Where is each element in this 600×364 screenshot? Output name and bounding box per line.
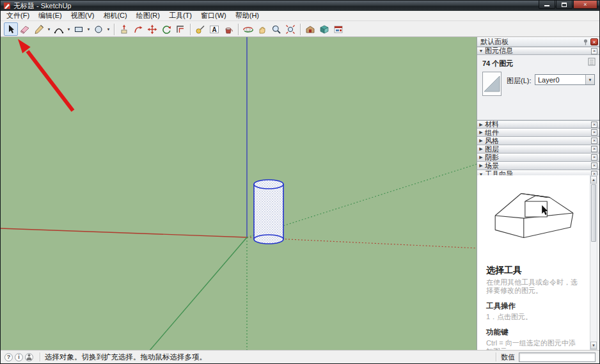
menu-item-help[interactable]: 帮助(H) [231,10,264,21]
toolbar-separator [114,24,114,35]
follow-me-tool-button[interactable] [131,22,145,36]
model-scene [1,37,478,351]
section-close-icon[interactable]: × [591,138,597,144]
select-tool-button[interactable] [4,22,18,36]
orbit-tool-button[interactable] [241,22,255,36]
rotate-tool-button[interactable] [159,22,173,36]
share-model-button[interactable] [331,22,345,36]
status-message: 选择对象。切换到扩充选择。拖动鼠标选择多项。 [45,352,207,362]
3d-warehouse-button[interactable] [303,22,317,36]
instructor-description: 在使用其他工具或命令时，选择要修改的图元。 [486,278,580,295]
offset-tool-button[interactable] [173,22,187,36]
instructor-ops-item: 1．点击图元。 [486,313,580,321]
paint-bucket-icon [223,24,233,35]
expand-arrow-icon[interactable]: ▶ [477,155,485,160]
tray-close-button[interactable]: × [590,38,598,45]
menu-item-draw[interactable]: 绘图(R) [132,10,164,21]
scroll-down-button[interactable]: ▼ [590,342,597,349]
tray-title-label: 默认面板 [480,37,509,47]
circle-tool-button[interactable] [91,22,106,36]
instructor-scrollbar[interactable]: ▲ ▼ [590,175,597,350]
arc-tool-dropdown[interactable]: ▼ [66,22,72,36]
eraser-tool-button[interactable] [18,22,32,36]
expand-arrow-icon[interactable]: ▶ [477,146,485,152]
zoom-tool-button[interactable] [269,22,283,36]
titlebar[interactable]: 无标题 - SketchUp × [1,1,599,11]
status-help-icon[interactable]: ? [4,353,13,361]
tray-titlebar[interactable]: 默认面板 × [477,37,599,47]
chevron-down-icon: ▼ [47,28,51,31]
circle-tool-dropdown[interactable]: ▼ [106,22,111,36]
minimize-button[interactable] [539,1,555,9]
arc-tool-button[interactable] [52,22,66,36]
rotate-icon [161,24,171,35]
chevron-down-icon: ▼ [107,28,111,31]
push-pull-tool-button[interactable] [117,22,131,36]
measurements-input[interactable] [519,352,596,362]
section-close-icon[interactable]: × [591,122,597,128]
drawing-axes [1,37,478,351]
move-tool-button[interactable] [145,22,159,36]
toolbar-separator [190,24,191,35]
scroll-up-button[interactable]: ▲ [590,176,597,184]
svg-text:A: A [212,26,217,33]
expand-arrow-icon[interactable]: ▶ [477,163,485,168]
expand-arrow-icon[interactable]: ▶ [477,122,485,127]
statusbar-separator [40,352,40,361]
maximize-icon [562,3,567,7]
menu-item-edit[interactable]: 编辑(E) [34,10,67,21]
menu-item-camera[interactable]: 相机(C) [99,10,131,21]
section-close-icon[interactable]: × [591,129,597,136]
rectangle-icon [74,24,84,35]
entity-details-icon[interactable] [588,58,596,66]
status-person-icon[interactable] [25,353,33,361]
section-close-icon[interactable]: × [591,162,597,169]
layer-dropdown[interactable]: Layer0 ▼ [535,74,595,85]
pencil-icon [34,24,44,35]
menu-item-window[interactable]: 窗口(W) [196,10,231,21]
menu-item-file[interactable]: 文件(F) [2,10,34,21]
rectangle-tool-dropdown[interactable]: ▼ [86,22,91,36]
minimize-icon [544,5,549,6]
section-close-icon[interactable]: × [591,146,597,152]
statusbar-separator [496,352,496,361]
menu-item-view[interactable]: 视图(V) [67,10,99,21]
line-tool-dropdown[interactable]: ▼ [46,22,52,36]
component-icon [319,24,329,35]
chevron-down-icon: ▼ [67,28,71,31]
window-controls: × [538,1,597,9]
tape-measure-tool-button[interactable] [193,22,207,36]
paint-bucket-tool-button[interactable] [221,22,235,36]
app-icon [3,2,11,10]
toolbar-separator [238,24,239,35]
viewport-canvas[interactable] [1,37,478,351]
section-entity-info[interactable]: ▼ 图元信息 × [477,47,599,55]
expand-arrow-icon[interactable]: ▼ [477,49,485,53]
rectangle-tool-button[interactable] [72,22,86,36]
close-button[interactable]: × [573,1,597,9]
scrollbar-thumb[interactable] [591,184,596,242]
select-arrow-icon [6,24,16,35]
section-close-icon[interactable]: × [591,154,597,161]
pin-icon[interactable] [582,38,589,45]
menu-item-tools[interactable]: 工具(T) [164,10,196,21]
zoom-icon [271,24,281,35]
arc-icon [54,24,64,35]
text-icon: A [209,24,219,35]
text-tool-button[interactable]: A [207,22,221,36]
section-close-icon[interactable]: × [591,48,597,54]
orbit-icon [243,24,253,35]
component-browser-button[interactable] [317,22,331,36]
maximize-button[interactable] [556,1,572,9]
status-info-icon[interactable]: i [15,353,23,361]
expand-arrow-icon[interactable]: ▶ [477,130,485,135]
line-tool-button[interactable] [32,22,46,36]
expand-arrow-icon[interactable]: ▶ [477,138,485,143]
instructor-keys-heading: 功能键 [486,328,580,337]
layer-value: Layer0 [535,76,585,84]
3d-warehouse-icon [305,24,315,35]
material-thumbnail[interactable] [482,72,501,96]
cylinder-entity[interactable] [254,180,283,244]
pan-tool-button[interactable] [255,22,269,36]
zoom-extents-tool-button[interactable] [283,22,297,36]
